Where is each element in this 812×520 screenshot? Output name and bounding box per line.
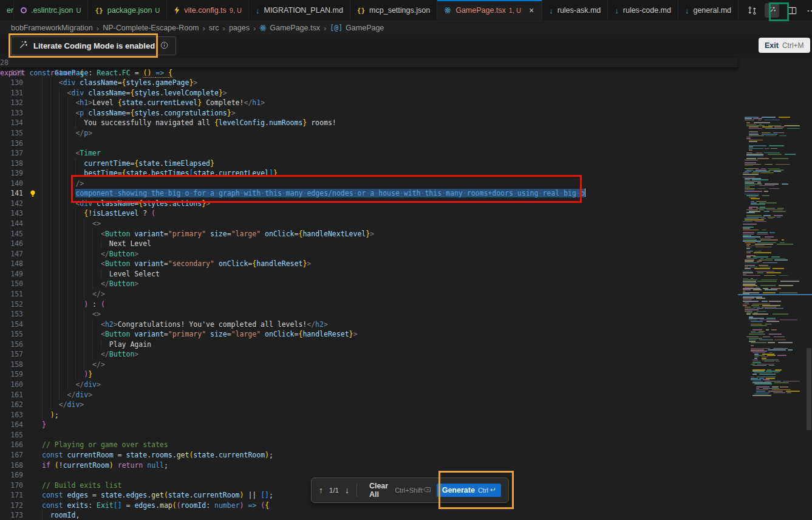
split-editor-button[interactable] <box>785 3 799 18</box>
tab-gamepage-tsx[interactable]: GamePage.tsx1, U× <box>437 0 542 21</box>
lightbulb-icon[interactable] <box>23 188 42 199</box>
indent-guide <box>59 249 60 259</box>
generate-button[interactable]: Generate Ctrl <box>437 484 501 497</box>
code-line-154[interactable]: 154 <h2>Congratulations! You've complete… <box>0 320 738 330</box>
code-line-142[interactable]: 142 <div className={styles.actions}> <box>0 199 738 209</box>
breadcrumb-item-gamepage[interactable]: [@]GamePage <box>330 24 384 32</box>
code-line-143[interactable]: 143 {!isLastLevel ? ( <box>0 208 738 219</box>
breadcrumb-item-src[interactable]: src <box>209 24 219 32</box>
line-number: 140 <box>0 179 23 189</box>
code-line-167[interactable]: 167const currentRoom = state.rooms.get(s… <box>0 450 738 460</box>
glyph-margin <box>23 299 42 310</box>
exit-literate-mode-button[interactable]: Exit Ctrl+M <box>759 38 810 53</box>
code-line-173[interactable]: 173 roomId, <box>0 510 738 520</box>
code-line-161[interactable]: 161 </div> <box>0 390 738 400</box>
code-line-152[interactable]: 152 ) : ( <box>0 299 738 310</box>
breadcrumb-item-np-complete-escape-room[interactable]: NP-Complete-Escape-Room <box>103 24 199 32</box>
previous-match-button[interactable]: ↑ <box>319 485 323 495</box>
tab--eslintrc-json[interactable]: .eslintrc.jsonU <box>14 0 88 21</box>
indent-guide <box>67 369 68 380</box>
line-number: 141 <box>0 188 23 199</box>
indent-guide <box>50 148 51 159</box>
indent-guide <box>67 269 68 279</box>
tab-label: mcp_settings.json <box>369 6 430 15</box>
breadcrumb-item-bobframeworkmigration[interactable]: bobFrameworkMigration <box>11 24 93 32</box>
code-line-131[interactable]: 131 <div className={styles.levelComplete… <box>0 88 738 98</box>
code-editor[interactable]: 28export const GamePage: React.FC = () =… <box>0 58 812 520</box>
code-line-139[interactable]: 139 bestTime={state.bestTimes[state.curr… <box>0 168 738 179</box>
code-line-134[interactable]: 134 You successfully navigated all {leve… <box>0 118 738 128</box>
tab-partial[interactable]: errc U <box>0 0 14 21</box>
code-line-153[interactable]: 153 <> <box>0 309 738 320</box>
close-icon[interactable]: × <box>528 5 535 15</box>
code-line-159[interactable]: 159 )} <box>0 369 738 380</box>
code-line-135[interactable]: 135 </p> <box>0 128 738 139</box>
code-line-158[interactable]: 158 </> <box>0 360 738 370</box>
indent-guide <box>67 159 68 169</box>
code-line-146[interactable]: 146 Next Level <box>0 239 738 249</box>
code-line-144[interactable]: 144 <> <box>0 219 738 229</box>
indent-guide <box>50 219 51 229</box>
scrollbar-thumb[interactable] <box>807 348 811 430</box>
literate-mode-toggle-button[interactable] <box>765 3 779 18</box>
code-line-156[interactable]: 156 Play Again <box>0 340 738 350</box>
sticky-scroll-line[interactable]: 28export const GamePage: React.FC = () =… <box>0 58 738 68</box>
code-line-164[interactable]: 164} <box>0 420 738 430</box>
more-actions-button[interactable]: ··· <box>805 3 812 18</box>
git-compare-button[interactable] <box>745 3 759 18</box>
code-line-138[interactable]: 138 currentTime={state.timeElapsed} <box>0 159 738 169</box>
code-line-166[interactable]: 166// Playing or game over states <box>0 440 738 450</box>
code-line-162[interactable]: 162 </div> <box>0 400 738 410</box>
glyph-margin <box>23 199 42 209</box>
indent-guide <box>50 188 51 199</box>
code-line-137[interactable]: 137 <Timer <box>0 148 738 159</box>
tab-package-json[interactable]: {}package.jsonU <box>88 0 167 21</box>
split-icon <box>788 6 797 15</box>
code-line-148[interactable]: 148 <Button variant="secondary" onClick=… <box>0 259 738 269</box>
code-line-130[interactable]: 130 <div className={styles.gamePage}> <box>0 78 738 88</box>
tab-rules-ask-md[interactable]: ↓rules-ask.md <box>542 0 608 21</box>
indent-guide <box>92 269 93 279</box>
tab-migration-plan-md[interactable]: ↓MIGRATION_PLAN.md <box>249 0 350 21</box>
tab-mcp-settings-json[interactable]: {}mcp_settings.json <box>350 0 437 21</box>
indent-guide <box>59 320 60 330</box>
code-line-149[interactable]: 149 Level Select <box>0 269 738 279</box>
code-line-145[interactable]: 145 <Button variant="primary" size="larg… <box>0 229 738 239</box>
breadcrumb-item-gamepage-tsx[interactable]: GamePage.tsx <box>259 24 320 32</box>
wand-icon <box>19 40 28 49</box>
code-line-141[interactable]: 141 component·showing·the·big·o·for·a·gr… <box>0 188 738 199</box>
indent-guide <box>50 159 51 169</box>
sticky-line-28[interactable]: 28export const GamePage: React.FC = () =… <box>0 58 172 67</box>
code-line-136[interactable]: 136 <box>0 139 738 149</box>
glyph-margin <box>23 179 42 189</box>
next-match-button[interactable]: ↓ <box>345 485 349 495</box>
tab-rules-code-md[interactable]: ↓rules-code.md <box>608 0 678 21</box>
tab-general-md[interactable]: ↓general.md <box>678 0 739 21</box>
indent-guide <box>50 369 51 380</box>
info-icon[interactable] <box>160 41 168 52</box>
code-line-165[interactable]: 165 <box>0 430 738 440</box>
indent-guide <box>101 340 101 350</box>
clear-all-button[interactable]: Clear All Ctrl+Shift <box>369 482 431 499</box>
code-line-151[interactable]: 151 </> <box>0 289 738 299</box>
selected-prompt-text[interactable]: component·showing·the·big·o·for·a·graph·… <box>75 189 584 197</box>
code-line-157[interactable]: 157 </Button> <box>0 349 738 360</box>
code-line-133[interactable]: 133 <p className={styles.congratulations… <box>0 108 738 118</box>
code-line-155[interactable]: 155 <Button variant="primary" size="larg… <box>0 329 738 340</box>
code-line-140[interactable]: 140 /> <box>0 179 738 189</box>
indent-guide <box>59 108 60 118</box>
code-line-168[interactable]: 168if (!currentRoom) return null; <box>0 460 738 471</box>
code-line-132[interactable]: 132 <h1>Level {state.currentLevel} Compl… <box>0 98 738 108</box>
code-line-160[interactable]: 160 </div> <box>0 380 738 390</box>
indent-guide <box>75 320 76 330</box>
react-icon <box>444 7 451 14</box>
minimap[interactable] <box>742 115 803 399</box>
tab-vite-config-ts[interactable]: vite.config.ts9, U <box>167 0 249 21</box>
breadcrumb-item-pages[interactable]: pages <box>229 24 250 32</box>
code-line-147[interactable]: 147 </Button> <box>0 249 738 259</box>
code-line-163[interactable]: 163 ); <box>0 410 738 420</box>
code-line-150[interactable]: 150 </Button> <box>0 279 738 289</box>
glyph-margin <box>23 98 42 108</box>
indent-guide <box>75 269 76 279</box>
indent-guide <box>50 360 51 370</box>
